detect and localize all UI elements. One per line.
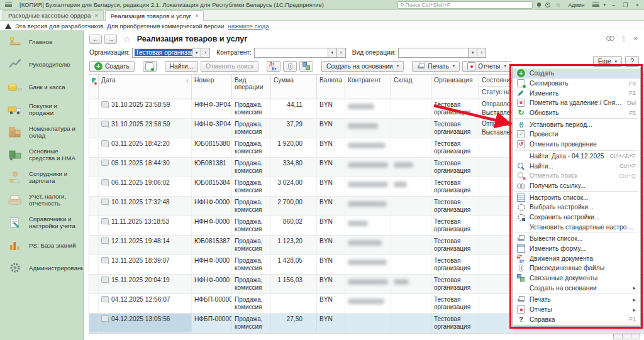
contragent-dropdown-icon[interactable]: ▾ — [328, 48, 337, 58]
favorites-icon[interactable]: ☆ — [554, 0, 563, 10]
menu-item[interactable]: Вывести список... — [513, 234, 640, 244]
favorite-star-icon[interactable]: ☆ — [123, 35, 131, 44]
add-icon — [94, 62, 103, 70]
menu-separator — [515, 150, 638, 151]
menu-item[interactable]: Выбрать настройки... — [513, 202, 640, 212]
cancel-search-button[interactable]: Отменить поиск — [201, 61, 258, 72]
close-form-icon[interactable]: × — [634, 35, 638, 42]
menu-item[interactable]: Печать▸ — [513, 295, 640, 305]
attach-icon — [517, 264, 525, 272]
reports-button[interactable]: Отчеты▾ — [462, 61, 511, 72]
help-button[interactable]: ? — [625, 56, 639, 67]
menu-item[interactable]: Присоединенные файлы — [513, 263, 640, 273]
document-movements-button[interactable] — [267, 61, 280, 72]
notifications-icon[interactable] — [536, 3, 541, 8]
get-link-icon[interactable] — [606, 34, 614, 42]
close-window-button[interactable]: × — [633, 2, 641, 8]
main-menu-icon[interactable] — [5, 3, 12, 7]
sidebar-item-knowledge-base[interactable]: PS: База знаний — [0, 234, 83, 256]
menu-item[interactable]: Установить стандартные настройки — [513, 222, 640, 232]
column-header-org[interactable]: Организация — [431, 75, 479, 99]
sidebar-item-accounting[interactable]: Учет, налоги, отчетность — [0, 189, 83, 211]
copy-button[interactable] — [143, 61, 157, 72]
org-filter-input[interactable]: Тестовая организация — [132, 48, 192, 58]
column-header-warehouse[interactable]: Склад — [391, 75, 431, 99]
user-menu[interactable]: Админ — [567, 2, 587, 8]
find-button[interactable]: Найти... — [165, 61, 199, 72]
optype-filter-input[interactable] — [398, 48, 469, 58]
service-menu-icon[interactable] — [592, 3, 599, 7]
sidebar-item-bank-cash[interactable]: Банк и касса — [0, 75, 83, 98]
document-icon — [101, 315, 109, 322]
sidebar-item-purchases-sales[interactable]: Покупки и продажи — [0, 98, 83, 121]
menu-item[interactable]: Провести — [513, 129, 640, 140]
menu-item[interactable]: Отменить поискCtrl+Q — [513, 171, 640, 181]
menu-item[interactable]: Пометить на удаление / Снять пометкуDel — [513, 98, 640, 108]
global-search-input[interactable]: Поиск Ctrl+Shift+F — [397, 1, 533, 9]
related-documents-button[interactable] — [299, 61, 313, 72]
column-header-number[interactable]: Номер — [192, 75, 232, 99]
org-clear-icon[interactable]: × — [201, 48, 210, 58]
forward-button[interactable]: → — [104, 35, 117, 44]
org-dropdown-icon[interactable]: ▾ — [192, 48, 201, 58]
sidebar-item-administration[interactable]: Администрирование — [0, 256, 83, 279]
restore-button[interactable]: ❐ — [621, 2, 630, 8]
menu-item[interactable]: Настроить список... — [513, 192, 640, 202]
tab-close-icon[interactable]: × — [195, 13, 198, 19]
page-title: Реализация товаров и услуг — [137, 35, 248, 43]
sidebar-item-warehouse[interactable]: Номенклатура и склад — [0, 121, 83, 143]
tab-close-icon[interactable]: × — [94, 13, 97, 19]
menu-item[interactable]: Связанные документы — [513, 273, 640, 283]
menu-item[interactable]: Отчеты▸ — [513, 305, 640, 315]
corner-buttons[interactable] — [614, 334, 640, 339]
menu-item[interactable]: Движения документа — [513, 253, 640, 263]
cell-sum: 44,11 — [271, 99, 317, 118]
more-button[interactable]: Еще▾ — [593, 56, 622, 67]
attached-files-button[interactable] — [283, 61, 297, 72]
back-button[interactable]: ← — [89, 35, 102, 44]
menu-shortcut: Ctrl+F — [619, 163, 636, 169]
sidebar-item-handbooks[interactable]: Справочники и настройки учета — [0, 211, 83, 234]
cell-contragent — [345, 177, 391, 196]
menu-item[interactable]: Найти...Ctrl+F — [513, 161, 640, 171]
minimize-button[interactable]: – — [609, 2, 618, 8]
buy-link[interactable]: нажмите сюда — [228, 23, 269, 30]
tab-sales[interactable]: Реализация товаров и услуг × — [105, 10, 204, 21]
sidebar-item-main[interactable]: Главное — [0, 30, 83, 53]
sidebar-item-employees[interactable]: Сотрудники и зарплата — [0, 166, 83, 189]
menu-item[interactable]: Создать — [513, 69, 640, 79]
create-button[interactable]: Создать — [89, 61, 135, 72]
dtkt-icon — [517, 255, 525, 263]
cell-date: 15.11.2025 20:04:19 — [99, 275, 192, 293]
create-based-button[interactable]: Создать на основании▾ — [321, 61, 404, 72]
optype-dropdown-icon[interactable]: ▾ — [469, 48, 477, 58]
doc-status-cell — [89, 275, 99, 293]
column-header-date[interactable]: Дата↓ — [99, 75, 192, 99]
menu-item[interactable]: Отменить проведение — [513, 140, 640, 150]
menu-item[interactable]: Найти: Дата - 04.12.2025Ctrl+Alt+F — [513, 151, 640, 162]
contragent-filter-input[interactable] — [254, 48, 328, 58]
sidebar-item-fixed-assets[interactable]: Основные средства и НМА — [0, 143, 83, 166]
tab-cash-orders[interactable]: Расходные кассовые ордера × — [3, 10, 104, 20]
menu-item[interactable]: Установить период... — [513, 119, 640, 129]
menu-item[interactable]: ИзменитьF2 — [513, 88, 640, 98]
menu-item[interactable]: Сохранить настройки... — [513, 212, 640, 222]
history-icon[interactable] — [545, 3, 550, 8]
menu-item[interactable]: Получить ссылку... — [513, 181, 640, 191]
column-header-sum[interactable]: Сумма — [271, 75, 317, 99]
column-header-currency[interactable]: Валюта — [317, 75, 345, 99]
more-commands-icon[interactable]: ⋮ — [621, 35, 628, 41]
menu-item[interactable]: Создать на основании▸ — [513, 283, 640, 293]
cell-contragent — [345, 275, 391, 293]
contragent-clear-icon[interactable]: × — [337, 48, 346, 58]
optype-clear-icon[interactable]: × — [477, 48, 486, 58]
menu-item[interactable]: Изменить форму... — [513, 244, 640, 254]
menu-item[interactable]: СкопироватьF9 — [513, 79, 640, 89]
print-button[interactable]: Печать▾ — [412, 61, 460, 72]
sidebar-item-manager[interactable]: Руководителю — [0, 53, 83, 75]
column-header-contragent[interactable]: Контрагент — [345, 75, 391, 99]
menu-item[interactable]: ОбновитьF5 — [513, 108, 640, 118]
cell-org: Тестовая организация — [431, 197, 479, 216]
column-header-optype[interactable]: Вид операции — [232, 75, 271, 99]
menu-item[interactable]: СправкаF1 — [513, 315, 640, 325]
